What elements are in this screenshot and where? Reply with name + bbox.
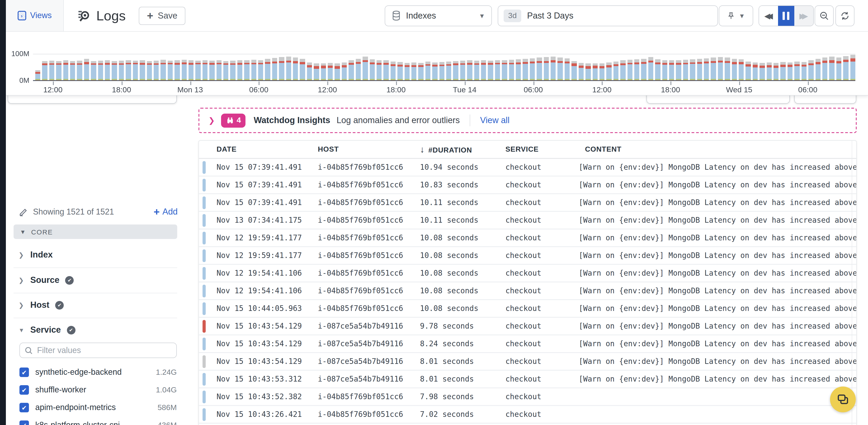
- checkbox-checked[interactable]: ✔: [20, 403, 29, 412]
- checkbox-checked[interactable]: ✔: [20, 421, 29, 425]
- histogram-bar[interactable]: [397, 62, 403, 80]
- column-header-service[interactable]: SERVICE: [505, 145, 579, 153]
- column-header-date[interactable]: DATE: [217, 145, 318, 153]
- log-row[interactable]: Nov 15 10:43:54.129i-087ce5a54b7b491168.…: [199, 353, 856, 371]
- histogram-bar[interactable]: [91, 61, 96, 80]
- histogram-bar[interactable]: [56, 61, 61, 80]
- histogram-bar[interactable]: [753, 62, 758, 80]
- add-facet-button[interactable]: + Add: [154, 206, 178, 218]
- histogram-bar[interactable]: [641, 59, 647, 80]
- histogram-bar[interactable]: [544, 57, 549, 80]
- histogram-bar[interactable]: [795, 61, 800, 80]
- service-filter-item[interactable]: ✔synthetic-edge-backend1.24G: [20, 364, 177, 381]
- column-header-duration[interactable]: ↓#DURATION: [420, 144, 505, 154]
- table-options-cut[interactable]: [647, 95, 790, 104]
- histogram-bar[interactable]: [119, 61, 124, 80]
- log-row[interactable]: Nov 15 10:43:26.421i-04b85f769bf051cc67.…: [199, 406, 856, 424]
- histogram-bar[interactable]: [565, 58, 570, 80]
- histogram-bar[interactable]: [279, 57, 284, 80]
- histogram-bar[interactable]: [502, 60, 507, 80]
- histogram-bar[interactable]: [98, 61, 103, 80]
- histogram-bar[interactable]: [195, 61, 201, 80]
- histogram-bar[interactable]: [460, 61, 465, 80]
- histogram-bar[interactable]: [418, 63, 424, 80]
- facet-group-core[interactable]: ▼ CORE: [13, 225, 177, 239]
- histogram-bar[interactable]: [732, 59, 737, 80]
- histogram-bar[interactable]: [711, 58, 716, 80]
- log-row[interactable]: Nov 15 10:43:54.129i-087ce5a54b7b491168.…: [199, 335, 856, 353]
- time-range-picker[interactable]: 3d Past 3 Days: [498, 5, 718, 26]
- zoom-out-button[interactable]: [815, 5, 834, 26]
- table-options-cut[interactable]: [794, 95, 856, 104]
- histogram-bar[interactable]: [363, 57, 368, 80]
- histogram-bar[interactable]: [704, 58, 709, 80]
- histogram-bar[interactable]: [767, 62, 772, 80]
- histogram-bar[interactable]: [787, 62, 793, 80]
- histogram-bar[interactable]: [530, 58, 535, 80]
- histogram-bar[interactable]: [258, 60, 264, 80]
- checkbox-checked[interactable]: ✔: [20, 368, 29, 377]
- histogram-bar[interactable]: [335, 64, 340, 80]
- histogram-bar[interactable]: [579, 63, 584, 80]
- histogram-bar[interactable]: [683, 60, 688, 80]
- histogram-bar[interactable]: [613, 61, 618, 80]
- histogram-bar[interactable]: [516, 59, 521, 80]
- histogram-bar[interactable]: [230, 61, 236, 80]
- histogram-bar[interactable]: [42, 61, 48, 80]
- histogram-bar[interactable]: [690, 59, 695, 80]
- histogram-bar[interactable]: [718, 57, 723, 80]
- histogram-bar[interactable]: [439, 62, 444, 80]
- histogram-bar[interactable]: [147, 61, 152, 80]
- histogram-bar[interactable]: [70, 61, 75, 80]
- histogram-bar[interactable]: [697, 59, 702, 80]
- histogram-bar[interactable]: [105, 60, 110, 80]
- expand-insights-chevron-icon[interactable]: ❯: [209, 116, 215, 125]
- step-forward-button[interactable]: ▶▶: [794, 6, 813, 26]
- histogram-bar[interactable]: [244, 60, 249, 80]
- histogram-bar[interactable]: [349, 60, 354, 80]
- histogram-bar[interactable]: [63, 60, 68, 80]
- histogram-bar[interactable]: [822, 57, 828, 80]
- histogram-bar[interactable]: [669, 60, 674, 80]
- log-row[interactable]: Nov 13 07:34:41.175i-04b85f769bf051cc610…: [199, 212, 856, 229]
- histogram-bar[interactable]: [383, 60, 389, 80]
- views-button[interactable]: › Views: [6, 0, 64, 31]
- histogram-bar[interactable]: [599, 64, 604, 80]
- histogram-bar[interactable]: [627, 60, 632, 80]
- histogram-bar[interactable]: [251, 60, 256, 80]
- log-row[interactable]: Nov 15 10:44:05.963i-04b85f769bf051cc610…: [199, 300, 856, 318]
- histogram-bar[interactable]: [648, 57, 653, 80]
- histogram-bar[interactable]: [307, 62, 312, 80]
- histogram-bar[interactable]: [35, 70, 40, 80]
- indexes-dropdown[interactable]: Indexes ▼: [385, 5, 492, 26]
- log-volume-histogram[interactable]: 100M 0M 12:0018:00Mon 1306:0012:0018:00T…: [6, 32, 868, 95]
- histogram-bar[interactable]: [293, 58, 298, 80]
- histogram-bar[interactable]: [481, 60, 486, 80]
- histogram-bar[interactable]: [808, 60, 813, 80]
- histogram-bar[interactable]: [237, 60, 243, 80]
- histogram-bar[interactable]: [328, 63, 333, 80]
- histogram-bar[interactable]: [321, 63, 326, 80]
- histogram-bar[interactable]: [391, 61, 396, 80]
- facet-service[interactable]: ▼ Service ✔: [19, 322, 172, 338]
- histogram-bar[interactable]: [404, 63, 410, 80]
- histogram-bar[interactable]: [585, 64, 591, 80]
- log-row[interactable]: Nov 12 19:59:41.177i-04b85f769bf051cc610…: [199, 229, 856, 247]
- histogram-bar[interactable]: [133, 61, 138, 80]
- side-panel-toggle-button[interactable]: [830, 387, 856, 412]
- histogram-bar[interactable]: [836, 58, 841, 80]
- histogram-bar[interactable]: [655, 59, 660, 80]
- histogram-bar[interactable]: [801, 62, 807, 80]
- service-filter-item[interactable]: ✔k8s-platform-cluster-cni436M: [20, 417, 177, 425]
- histogram-bar[interactable]: [355, 59, 361, 80]
- histogram-bar[interactable]: [739, 59, 744, 80]
- histogram-bar[interactable]: [620, 60, 625, 80]
- log-row[interactable]: Nov 15 10:43:53.312i-087ce5a54b7b491168.…: [199, 371, 856, 388]
- log-row[interactable]: Nov 12 19:54:41.106i-04b85f769bf051cc610…: [199, 265, 856, 282]
- histogram-bar[interactable]: [126, 60, 131, 80]
- service-filter-item[interactable]: ✔apim-endpoint-metrics586M: [20, 399, 177, 417]
- histogram-bar[interactable]: [314, 64, 319, 80]
- facet-search-input-cut[interactable]: [8, 95, 177, 104]
- column-header-content[interactable]: CONTENT: [579, 145, 856, 153]
- log-row[interactable]: Nov 15 07:39:41.491i-04b85f769bf051cc610…: [199, 159, 856, 176]
